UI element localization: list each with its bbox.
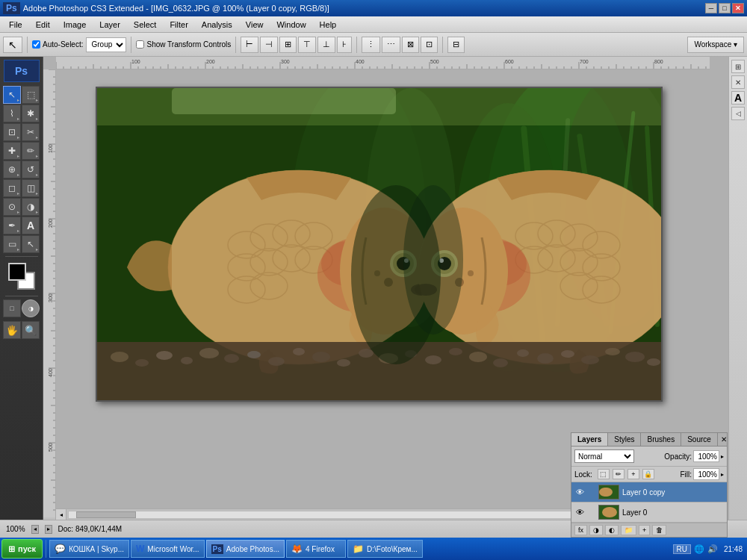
fill-arrow[interactable]: ▸ xyxy=(721,471,724,478)
layer-adjust-button[interactable]: ◐ xyxy=(605,525,619,535)
brushes-tab[interactable]: Brushes xyxy=(641,433,681,446)
restore-button[interactable]: □ xyxy=(719,3,731,13)
history-brush-button[interactable]: ↺ xyxy=(22,161,40,178)
distribute-3-button[interactable]: ⊠ xyxy=(402,37,419,53)
layer-delete-button[interactable]: 🗑 xyxy=(652,525,666,535)
taskbar-firefox[interactable]: 🦊 4 Firefox xyxy=(286,540,346,558)
layer-fx-button[interactable]: fx xyxy=(574,525,587,535)
move-tool-button[interactable]: ↖ xyxy=(3,86,21,104)
menu-item-edit[interactable]: Edit xyxy=(30,19,56,31)
zoom-tool-button[interactable]: 🔍 xyxy=(22,321,40,339)
right-panel-btn-1[interactable]: ⊞ xyxy=(731,60,745,73)
status-left-btn[interactable]: ◂ xyxy=(31,525,39,534)
text-tool-button[interactable]: A xyxy=(22,217,40,234)
clone-stamp-button[interactable]: ⊕ xyxy=(3,161,21,178)
align-left-button[interactable]: ⊢ xyxy=(241,37,258,53)
gradient-tool-button[interactable]: ◫ xyxy=(22,179,40,197)
align-center-h-button[interactable]: ⊣ xyxy=(260,37,278,53)
menu-item-help[interactable]: Help xyxy=(314,19,343,31)
distribute-v-button[interactable]: ⋯ xyxy=(382,37,400,53)
fill-input[interactable] xyxy=(693,468,719,480)
lock-transparent-button[interactable]: ⬚ xyxy=(598,469,610,479)
lock-position-button[interactable]: + xyxy=(627,469,639,479)
menu-bar: File Edit Image Layer Select Filter Anal… xyxy=(0,16,747,33)
lock-pixels-button[interactable]: ✏ xyxy=(613,469,624,479)
menu-item-select[interactable]: Select xyxy=(128,19,163,31)
layer-0-copy-visibility[interactable]: 👁 xyxy=(574,487,585,497)
menu-item-file[interactable]: File xyxy=(3,19,28,31)
menu-item-layer[interactable]: Layer xyxy=(93,19,126,31)
layer-mask-button[interactable]: ◑ xyxy=(589,525,603,535)
align-right-button[interactable]: ⊞ xyxy=(279,37,297,53)
minimize-button[interactable]: ─ xyxy=(705,3,717,13)
close-button[interactable]: ✕ xyxy=(732,3,744,13)
svg-point-81 xyxy=(625,352,645,362)
menu-item-analysis[interactable]: Analysis xyxy=(196,19,238,31)
layer-folder-button[interactable]: 📁 xyxy=(621,525,636,535)
status-right-btn[interactable]: ▸ xyxy=(45,525,52,534)
auto-select-checkbox-label: Auto-Select: xyxy=(32,40,83,49)
right-panel-btn-4[interactable]: ◁ xyxy=(731,107,745,120)
fill-control: Fill: ▸ xyxy=(680,468,724,480)
quick-select-button[interactable]: ✱ xyxy=(22,105,40,122)
move-tool-indicator: ↖ xyxy=(3,37,22,53)
svg-point-68 xyxy=(337,359,350,367)
source-tab[interactable]: Source xyxy=(681,433,718,446)
taskbar-photoshop[interactable]: Ps Adobe Photos... xyxy=(206,540,285,558)
right-panel-btn-2[interactable]: ✕ xyxy=(731,75,745,89)
h-scrollbar-thumb[interactable] xyxy=(76,511,136,518)
layer-row-0[interactable]: 👁 Layer 0 xyxy=(571,503,727,523)
layer-0-visibility[interactable]: 👁 xyxy=(574,507,585,517)
lasso-tool-button[interactable]: ⌇ xyxy=(3,105,21,122)
taskbar-word[interactable]: W Microsoft Wor... xyxy=(131,540,205,558)
layers-tab[interactable]: Layers xyxy=(571,433,608,446)
blend-mode-dropdown[interactable]: Normal xyxy=(574,449,634,463)
taskbar-folder[interactable]: 📁 D:\Foto\Крем... xyxy=(347,540,423,558)
start-button[interactable]: ⊞ пуск xyxy=(1,539,43,559)
pen-tool-button[interactable]: ✒ xyxy=(3,217,21,234)
opacity-input[interactable] xyxy=(693,450,719,462)
standard-mode-button[interactable]: □ xyxy=(3,299,21,317)
layer-new-button[interactable]: + xyxy=(639,525,650,535)
marquee-tool-button[interactable]: ⬚ xyxy=(22,86,40,104)
menu-item-view[interactable]: View xyxy=(240,19,270,31)
right-panel-btn-3[interactable]: A xyxy=(731,91,745,105)
fish-image xyxy=(97,88,661,400)
language-button[interactable]: RU xyxy=(673,544,691,554)
auto-select-type-dropdown[interactable]: Group xyxy=(86,37,126,52)
ruler-vertical xyxy=(43,69,56,520)
foreground-color-swatch[interactable] xyxy=(8,263,26,281)
show-transform-checkbox[interactable] xyxy=(136,40,144,49)
align-center-v-button[interactable]: ⊥ xyxy=(317,37,335,53)
healing-brush-button[interactable]: ✚ xyxy=(3,142,21,160)
menu-item-window[interactable]: Window xyxy=(270,19,311,31)
styles-tab[interactable]: Styles xyxy=(608,433,641,446)
align-top-button[interactable]: ⊤ xyxy=(298,37,316,53)
auto-align-button[interactable]: ⊟ xyxy=(447,37,465,53)
workspace-button[interactable]: Workspace ▾ xyxy=(687,37,744,53)
title-bar-controls[interactable]: ─ □ ✕ xyxy=(705,3,744,13)
eraser-tool-button[interactable]: ◻ xyxy=(3,179,21,197)
path-selection-button[interactable]: ↖ xyxy=(22,235,40,253)
brush-tool-button[interactable]: ✏ xyxy=(22,142,40,160)
lock-all-button[interactable]: 🔒 xyxy=(642,469,654,479)
layers-panel-close[interactable]: ✕ xyxy=(718,433,730,446)
taskbar-skype[interactable]: 💬 КОШКА | Skyp... xyxy=(49,540,129,558)
distribute-h-button[interactable]: ⋮ xyxy=(362,37,380,53)
auto-select-checkbox[interactable] xyxy=(32,40,40,49)
opacity-arrow[interactable]: ▸ xyxy=(721,453,724,460)
blur-tool-button[interactable]: ⊙ xyxy=(3,198,21,216)
color-swatches xyxy=(8,263,35,290)
shape-tool-button[interactable]: ▭ xyxy=(3,235,21,253)
hand-tool-button[interactable]: 🖐 xyxy=(3,321,21,339)
slice-tool-button[interactable]: ✂ xyxy=(22,123,40,141)
align-bottom-button[interactable]: ⊦ xyxy=(337,37,352,53)
scroll-left-button[interactable]: ◂ xyxy=(56,509,66,520)
distribute-4-button[interactable]: ⊡ xyxy=(421,37,438,53)
dodge-tool-button[interactable]: ◑ xyxy=(22,198,40,216)
menu-item-image[interactable]: Image xyxy=(58,19,93,31)
quick-mask-button[interactable]: ◑ xyxy=(22,299,40,317)
layer-row-0-copy[interactable]: 👁 Layer 0 copy xyxy=(571,482,727,503)
menu-item-filter[interactable]: Filter xyxy=(164,19,193,31)
crop-tool-button[interactable]: ⊡ xyxy=(3,123,21,141)
